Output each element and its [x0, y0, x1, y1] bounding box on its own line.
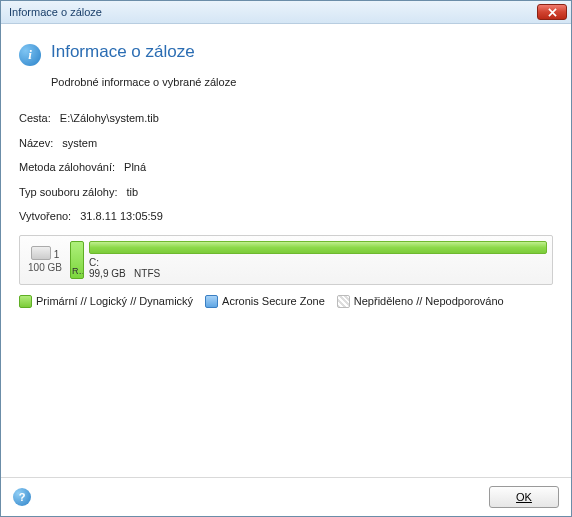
field-path: Cesta: E:\Zálohy\system.tib — [19, 110, 553, 127]
footer: ? OK — [1, 477, 571, 516]
content-area: i Informace o záloze Podrobné informace … — [1, 24, 571, 477]
method-label: Metoda zálohování: — [19, 161, 115, 173]
path-value: E:\Zálohy\system.tib — [60, 112, 159, 124]
created-value: 31.8.11 13:05:59 — [80, 210, 163, 222]
disk-index: 1 — [54, 249, 60, 260]
type-value: tib — [127, 186, 139, 198]
name-label: Název: — [19, 137, 53, 149]
disk-column: 1 100 GB — [25, 241, 65, 279]
name-value: system — [62, 137, 97, 149]
page-subtitle: Podrobné informace o vybrané záloze — [51, 76, 553, 88]
type-label: Typ souboru zálohy: — [19, 186, 117, 198]
created-label: Vytvořeno: — [19, 210, 71, 222]
field-name: Název: system — [19, 135, 553, 152]
field-created: Vytvořeno: 31.8.11 13:05:59 — [19, 208, 553, 225]
close-button[interactable] — [537, 4, 567, 20]
disk-panel: 1 100 GB R… C: 99,9 GB NTFS — [19, 235, 553, 285]
swatch-blue-icon — [205, 295, 218, 308]
header-text: Informace o záloze — [51, 42, 195, 62]
window-title: Informace o záloze — [9, 6, 102, 18]
close-icon — [548, 8, 557, 17]
swatch-green-icon — [19, 295, 32, 308]
partition-bar — [89, 241, 547, 254]
partition-small-label: R… — [72, 266, 82, 276]
partition-small[interactable]: R… — [70, 241, 84, 279]
ok-button[interactable]: OK — [489, 486, 559, 508]
info-icon: i — [19, 44, 41, 66]
fields-block: Cesta: E:\Zálohy\system.tib Název: syste… — [19, 110, 553, 225]
swatch-hatch-icon — [337, 295, 350, 308]
page-title: Informace o záloze — [51, 42, 195, 62]
help-button[interactable]: ? — [13, 488, 31, 506]
titlebar: Informace o záloze — [1, 1, 571, 24]
partition-main-size: 99,9 GB NTFS — [89, 268, 547, 279]
legend-unallocated: Nepřiděleno // Nepodporováno — [337, 295, 504, 308]
disk-size: 100 GB — [28, 262, 62, 273]
legend: Primární // Logický // Dynamický Acronis… — [19, 295, 553, 308]
disk-icon — [31, 246, 51, 260]
field-type: Typ souboru zálohy: tib — [19, 184, 553, 201]
path-label: Cesta: — [19, 112, 51, 124]
header-row: i Informace o záloze — [19, 42, 553, 66]
dialog-window: Informace o záloze i Informace o záloze … — [0, 0, 572, 517]
field-method: Metoda zálohování: Plná — [19, 159, 553, 176]
partition-main-label: C: — [89, 257, 547, 268]
partition-main[interactable]: C: 99,9 GB NTFS — [89, 241, 547, 279]
legend-asz: Acronis Secure Zone — [205, 295, 325, 308]
method-value: Plná — [124, 161, 146, 173]
legend-primary: Primární // Logický // Dynamický — [19, 295, 193, 308]
